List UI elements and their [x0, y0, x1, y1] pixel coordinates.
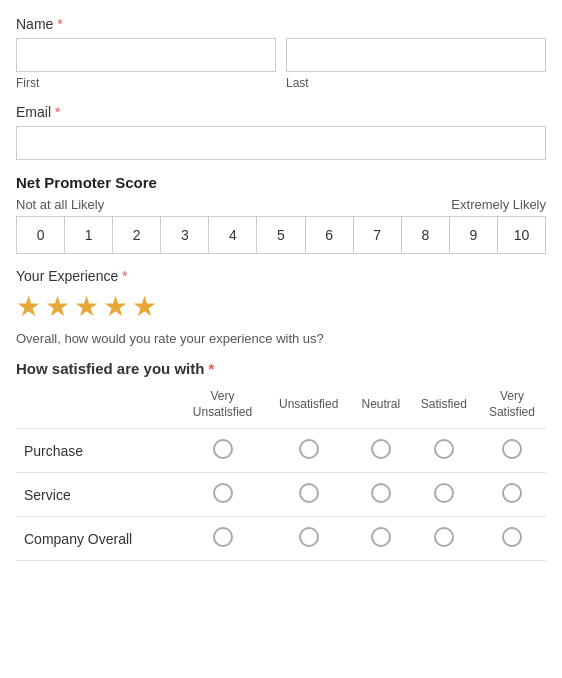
last-label: Last [286, 76, 546, 90]
table-row: Company Overall [16, 517, 546, 561]
first-name-input[interactable] [16, 38, 276, 72]
satisfaction-col-header-5: VerySatisfied [478, 385, 546, 429]
nps-option-1[interactable]: 1 [65, 217, 113, 253]
experience-section: Your Experience * ★★★★★ Overall, how wou… [16, 268, 546, 346]
nps-option-7[interactable]: 7 [354, 217, 402, 253]
first-label: First [16, 76, 276, 90]
star-4[interactable]: ★ [103, 290, 128, 323]
table-row: Purchase [16, 429, 546, 473]
satisfaction-col-header-1: VeryUnsatisfied [179, 385, 265, 429]
name-required-marker: * [57, 16, 62, 32]
experience-required-marker: * [122, 268, 127, 284]
radio-row2-col1[interactable] [213, 527, 233, 547]
satisfaction-col-header-0 [16, 385, 179, 429]
nps-labels: Not at all Likely Extremely Likely [16, 197, 546, 212]
satisfaction-title: How satisfied are you with * [16, 360, 546, 377]
row-label-0: Purchase [16, 429, 179, 473]
star-3[interactable]: ★ [74, 290, 99, 323]
nps-option-4[interactable]: 4 [209, 217, 257, 253]
email-input[interactable] [16, 126, 546, 160]
radio-row2-col4[interactable] [434, 527, 454, 547]
nps-left-label: Not at all Likely [16, 197, 104, 212]
nps-option-0[interactable]: 0 [17, 217, 65, 253]
satisfaction-col-header-4: Satisfied [410, 385, 478, 429]
star-2[interactable]: ★ [45, 290, 70, 323]
star-5[interactable]: ★ [132, 290, 157, 323]
satisfaction-section: How satisfied are you with * VeryUnsatis… [16, 360, 546, 561]
satisfaction-title-text: How satisfied are you with [16, 360, 204, 377]
nps-option-2[interactable]: 2 [113, 217, 161, 253]
satisfaction-col-header-2: Unsatisfied [266, 385, 352, 429]
nps-option-3[interactable]: 3 [161, 217, 209, 253]
nps-option-5[interactable]: 5 [257, 217, 305, 253]
radio-row1-col2[interactable] [299, 483, 319, 503]
radio-row0-col1[interactable] [213, 439, 233, 459]
name-label-text: Name [16, 16, 53, 32]
radio-row0-col4[interactable] [434, 439, 454, 459]
row-label-2: Company Overall [16, 517, 179, 561]
experience-question: Overall, how would you rate your experie… [16, 331, 546, 346]
satisfaction-col-header-3: Neutral [352, 385, 410, 429]
radio-row2-col2[interactable] [299, 527, 319, 547]
radio-row1-col5[interactable] [502, 483, 522, 503]
nps-option-6[interactable]: 6 [306, 217, 354, 253]
nps-option-8[interactable]: 8 [402, 217, 450, 253]
nps-title: Net Promoter Score [16, 174, 546, 191]
email-field-group: Email * [16, 104, 546, 160]
radio-row0-col5[interactable] [502, 439, 522, 459]
nps-scale: 012345678910 [16, 216, 546, 254]
email-required-marker: * [55, 104, 60, 120]
nps-section: Net Promoter Score Not at all Likely Ext… [16, 174, 546, 254]
first-name-col: First [16, 38, 276, 90]
row-label-1: Service [16, 473, 179, 517]
last-name-col: Last [286, 38, 546, 90]
star-1[interactable]: ★ [16, 290, 41, 323]
radio-row0-col2[interactable] [299, 439, 319, 459]
radio-row1-col4[interactable] [434, 483, 454, 503]
radio-row1-col3[interactable] [371, 483, 391, 503]
nps-right-label: Extremely Likely [451, 197, 546, 212]
email-label: Email * [16, 104, 546, 120]
experience-label: Your Experience * [16, 268, 546, 284]
nps-option-10[interactable]: 10 [498, 217, 545, 253]
email-label-text: Email [16, 104, 51, 120]
satisfaction-required-marker: * [209, 360, 215, 377]
radio-row0-col3[interactable] [371, 439, 391, 459]
satisfaction-table: VeryUnsatisfiedUnsatisfiedNeutralSatisfi… [16, 385, 546, 561]
nps-option-9[interactable]: 9 [450, 217, 498, 253]
stars-container: ★★★★★ [16, 290, 546, 323]
last-name-input[interactable] [286, 38, 546, 72]
experience-label-text: Your Experience [16, 268, 118, 284]
name-field-group: Name * First Last [16, 16, 546, 90]
name-label: Name * [16, 16, 546, 32]
radio-row1-col1[interactable] [213, 483, 233, 503]
name-row: First Last [16, 38, 546, 90]
radio-row2-col3[interactable] [371, 527, 391, 547]
radio-row2-col5[interactable] [502, 527, 522, 547]
table-row: Service [16, 473, 546, 517]
